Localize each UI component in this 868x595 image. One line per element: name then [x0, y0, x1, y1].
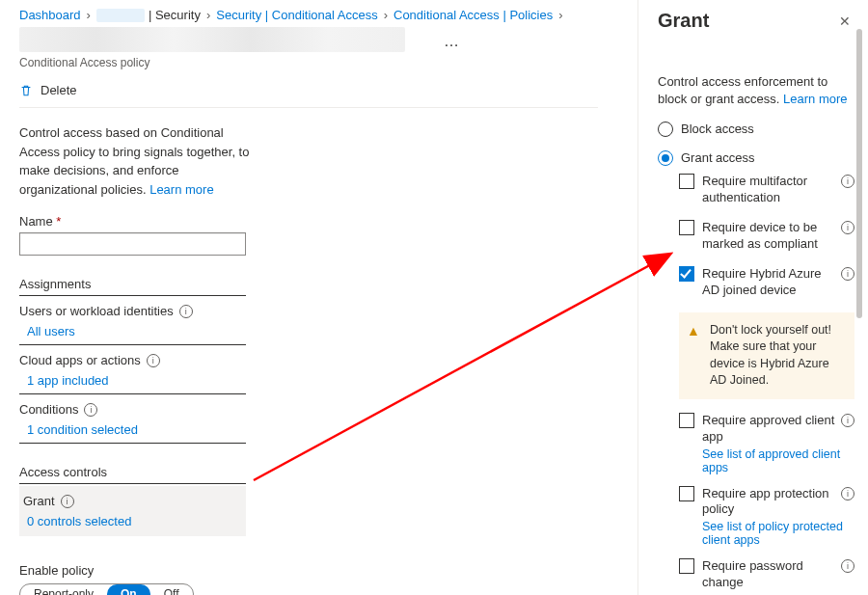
info-icon[interactable]: i [841, 414, 854, 427]
bc-security: | Security [149, 8, 201, 22]
bc-dashboard[interactable]: Dashboard [19, 8, 81, 22]
grant-row-active[interactable]: Grant i 0 controls selected [19, 486, 246, 536]
name-input[interactable] [19, 232, 246, 256]
radio-label: Block access [681, 122, 754, 136]
info-icon[interactable]: i [841, 267, 854, 281]
cb-approved-app[interactable]: Require approved client app i [679, 413, 854, 446]
name-label: Name * [19, 214, 61, 229]
radio-icon [658, 150, 673, 166]
learn-more-link[interactable]: Learn more [149, 182, 213, 197]
panel-title: Grant [658, 10, 709, 32]
trash-icon [19, 84, 33, 97]
panel-description: Control access enforcement to block or g… [658, 73, 854, 108]
enable-policy-toggle[interactable]: Report-only On Off [19, 583, 194, 595]
radio-label: Grant access [681, 150, 755, 165]
enable-policy-heading: Enable policy [19, 563, 598, 578]
cb-label: Require Hybrid Azure AD joined device [702, 266, 854, 299]
toggle-report[interactable]: Report-only [20, 584, 107, 595]
grant-panel: Grant ✕ Control access enforcement to bl… [638, 0, 862, 595]
users-label: Users or workload identities [19, 304, 174, 318]
bc-sep: › [384, 8, 388, 22]
warning-box: ▲ Don't lock yourself out! Make sure tha… [679, 312, 854, 399]
cb-label: Require multifactor authentication [702, 174, 854, 206]
warning-text: Don't lock yourself out! Make sure that … [710, 323, 831, 388]
checkbox-icon [679, 413, 694, 428]
access-controls-heading: Access controls [19, 465, 246, 484]
cb-compliant[interactable]: Require device to be marked as compliant… [679, 220, 854, 253]
page-subtitle: Conditional Access policy [19, 56, 598, 69]
apps-label: Cloud apps or actions [19, 353, 141, 367]
cb-label: Require device to be marked as compliant [702, 220, 854, 253]
warning-icon: ▲ [687, 322, 700, 341]
more-menu[interactable]: … [444, 33, 459, 50]
conditions-value[interactable]: 1 condition selected [19, 422, 246, 439]
bc-sep: › [87, 8, 91, 22]
bc-sep: › [558, 8, 562, 22]
radio-grant-access[interactable]: Grant access [658, 150, 854, 166]
toggle-off[interactable]: Off [150, 584, 193, 595]
grant-value[interactable]: 0 controls selected [19, 514, 238, 530]
users-value[interactable]: All users [19, 324, 246, 340]
apps-value[interactable]: 1 app included [19, 373, 246, 390]
conditions-label: Conditions [19, 402, 78, 417]
radio-icon [658, 122, 673, 137]
panel-scrollbar[interactable] [856, 29, 862, 318]
info-icon[interactable]: i [61, 495, 74, 508]
desc-text: Control access based on Conditional Acce… [19, 125, 249, 197]
info-icon[interactable]: i [147, 354, 160, 367]
assignments-heading: Assignments [19, 277, 246, 296]
close-icon[interactable]: ✕ [835, 10, 854, 33]
radio-block-access[interactable]: Block access [658, 122, 854, 137]
info-icon[interactable]: i [841, 487, 854, 500]
users-row[interactable]: Users or workload identities i All users [19, 296, 246, 345]
cb-password-change[interactable]: Require password change i [679, 558, 854, 591]
cb-label: Require password change [702, 558, 854, 591]
toggle-on[interactable]: On [107, 584, 150, 595]
delete-label: Delete [41, 83, 77, 97]
bc-sep: › [206, 8, 210, 22]
cb-mfa[interactable]: Require multifactor authentication i [679, 174, 854, 206]
conditions-row[interactable]: Conditions i 1 condition selected [19, 394, 246, 444]
cb-hybrid[interactable]: Require Hybrid Azure AD joined device i [679, 266, 854, 299]
info-icon[interactable]: i [179, 305, 193, 318]
checkbox-icon [679, 266, 694, 282]
cb-label: Require app protection policy [702, 486, 854, 519]
checkbox-icon [679, 486, 694, 501]
cb-app-protection[interactable]: Require app protection policy i [679, 486, 854, 519]
panel-learn-more[interactable]: Learn more [783, 92, 847, 106]
checkbox-icon [679, 558, 694, 574]
info-icon[interactable]: i [84, 403, 97, 417]
apps-row[interactable]: Cloud apps or actions i 1 app included [19, 345, 246, 394]
checkbox-icon [679, 174, 694, 189]
cb-label: Require approved client app [702, 413, 854, 446]
grant-label: Grant [23, 494, 55, 508]
policy-title-placeholder [19, 27, 405, 52]
bc-sec-ca[interactable]: Security | Conditional Access [216, 8, 377, 22]
bc-blank[interactable] [96, 9, 145, 22]
delete-button[interactable]: Delete [19, 69, 598, 108]
page-description: Control access based on Conditional Acce… [19, 123, 251, 199]
checkbox-icon [679, 220, 694, 235]
name-field: Name * [19, 214, 598, 256]
protection-apps-link[interactable]: See list of policy protected client apps [702, 520, 843, 547]
approved-apps-link[interactable]: See list of approved client apps [702, 447, 840, 474]
bc-ca-pol[interactable]: Conditional Access | Policies [393, 8, 553, 22]
main-content: … Conditional Access policy Delete Contr… [0, 27, 617, 595]
